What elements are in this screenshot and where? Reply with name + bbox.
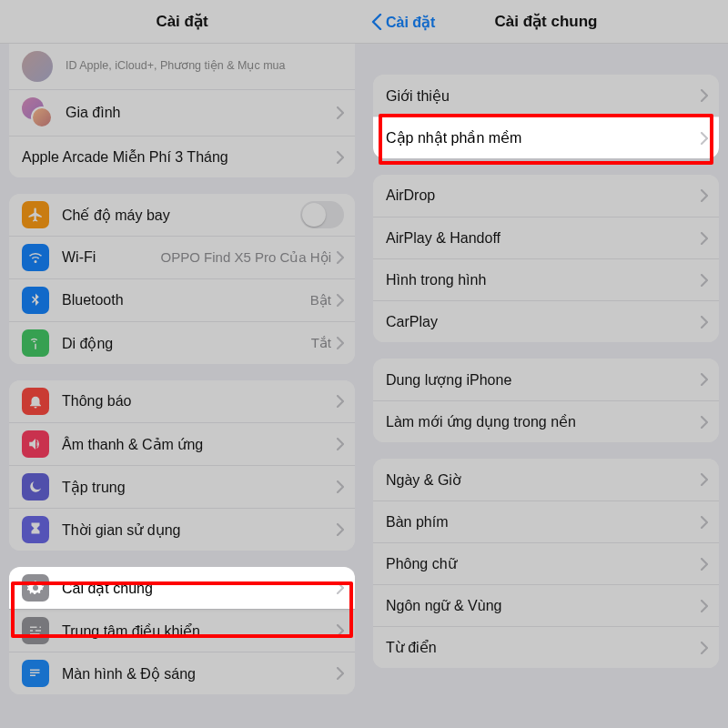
screentime-label: Thời gian sử dụng: [62, 521, 337, 539]
software-update-row[interactable]: Cập nhật phần mềm: [373, 116, 719, 158]
general-header: Cài đặt Cài đặt chung: [364, 0, 728, 44]
speaker-icon: [22, 430, 49, 458]
bluetooth-value: Bật: [310, 292, 331, 308]
apple-id-subtitle: ID Apple, iCloud+, Phương tiện & Mục mua: [66, 59, 344, 74]
fonts-label: Phông chữ: [386, 555, 701, 572]
dictionary-row[interactable]: Từ điển: [373, 626, 719, 668]
chevron-right-icon: [701, 232, 708, 245]
chevron-right-icon: [701, 516, 708, 529]
control-center-row[interactable]: Trung tâm điều khiển: [9, 609, 355, 652]
sliders-icon: [22, 617, 49, 644]
cellular-value: Tắt: [311, 335, 331, 351]
wifi-value: OPPO Find X5 Pro Của Hội: [161, 249, 331, 266]
airdrop-label: AirDrop: [386, 187, 701, 204]
chevron-right-icon: [337, 294, 344, 307]
focus-label: Tập trung: [62, 479, 337, 496]
general-title: Cài đặt chung: [495, 12, 598, 31]
display-label: Màn hình & Độ sáng: [62, 665, 337, 682]
storage-row[interactable]: Dung lượng iPhone: [373, 359, 719, 400]
focus-row[interactable]: Tập trung: [9, 465, 355, 508]
arcade-promo-row[interactable]: Apple Arcade Miễn Phí 3 Tháng: [9, 136, 355, 177]
chevron-right-icon: [337, 624, 344, 637]
notifications-label: Thông báo: [62, 393, 337, 410]
airplay-row[interactable]: AirPlay & Handoff: [373, 217, 719, 258]
general-label: Cài đặt chung: [62, 580, 337, 597]
software-update-label: Cập nhật phần mềm: [386, 129, 701, 147]
storage-label: Dung lượng iPhone: [386, 371, 701, 389]
chevron-right-icon: [337, 251, 344, 264]
bluetooth-icon: [22, 287, 49, 314]
keyboard-label: Bàn phím: [386, 514, 701, 531]
chevron-right-icon: [701, 558, 708, 571]
display-row[interactable]: Màn hình & Độ sáng: [9, 652, 355, 694]
general-row[interactable]: Cài đặt chung: [9, 567, 355, 609]
sound-row[interactable]: Âm thanh & Cảm ứng: [9, 422, 355, 465]
chevron-right-icon: [701, 473, 708, 486]
display-icon: [22, 660, 49, 687]
lang-region-row[interactable]: Ngôn ngữ & Vùng: [373, 584, 719, 626]
chevron-right-icon: [337, 337, 344, 349]
family-avatar-icon: [22, 97, 53, 128]
wifi-icon: [22, 244, 49, 271]
cellular-icon: [22, 329, 49, 357]
pip-label: Hình trong hình: [386, 272, 701, 288]
back-label: Cài đặt: [386, 14, 435, 31]
airplay-label: AirPlay & Handoff: [386, 230, 701, 247]
chevron-right-icon: [337, 581, 344, 594]
chevron-right-icon: [337, 151, 344, 164]
carplay-row[interactable]: CarPlay: [373, 300, 719, 342]
wifi-row[interactable]: Wi-Fi OPPO Find X5 Pro Của Hội: [9, 236, 355, 278]
hourglass-icon: [22, 516, 49, 543]
chevron-right-icon: [701, 89, 708, 102]
airplane-label: Chế độ máy bay: [62, 207, 300, 224]
chevron-right-icon: [701, 189, 708, 202]
chevron-right-icon: [701, 600, 708, 612]
bluetooth-label: Bluetooth: [62, 292, 310, 308]
settings-root-pane: Cài đặt ID Apple, iCloud+, Phương tiện &…: [0, 0, 364, 728]
avatar-icon: [22, 51, 53, 82]
airplane-toggle[interactable]: [300, 201, 344, 228]
pip-row[interactable]: Hình trong hình: [373, 258, 719, 300]
settings-title: Cài đặt: [156, 12, 207, 31]
about-row[interactable]: Giới thiệu: [373, 75, 719, 116]
chevron-right-icon: [701, 274, 708, 287]
chevron-right-icon: [701, 373, 708, 386]
screentime-row[interactable]: Thời gian sử dụng: [9, 508, 355, 551]
cellular-label: Di động: [62, 335, 311, 352]
chevron-right-icon: [701, 316, 708, 329]
general-settings-pane: Cài đặt Cài đặt chung Giới thiệu Cập nhậ…: [364, 0, 728, 728]
chevron-right-icon: [701, 132, 708, 145]
control-center-label: Trung tâm điều khiển: [62, 622, 337, 640]
cellular-row[interactable]: Di động Tắt: [9, 321, 355, 364]
sound-label: Âm thanh & Cảm ứng: [62, 436, 337, 453]
bg-refresh-label: Làm mới ứng dụng trong nền: [386, 413, 701, 430]
settings-header: Cài đặt: [0, 0, 364, 44]
datetime-label: Ngày & Giờ: [386, 471, 701, 489]
chevron-left-icon: [371, 14, 382, 30]
bluetooth-row[interactable]: Bluetooth Bật: [9, 278, 355, 321]
back-button[interactable]: Cài đặt: [371, 0, 435, 44]
about-label: Giới thiệu: [386, 87, 701, 105]
airplane-mode-row[interactable]: Chế độ máy bay: [9, 194, 355, 236]
chevron-right-icon: [337, 480, 344, 493]
chevron-right-icon: [337, 438, 344, 450]
chevron-right-icon: [337, 667, 344, 680]
chevron-right-icon: [701, 642, 708, 654]
chevron-right-icon: [701, 416, 708, 429]
fonts-row[interactable]: Phông chữ: [373, 542, 719, 584]
chevron-right-icon: [337, 395, 344, 408]
arcade-label: Apple Arcade Miễn Phí 3 Tháng: [22, 148, 337, 166]
family-label: Gia đình: [66, 105, 337, 121]
datetime-row[interactable]: Ngày & Giờ: [373, 459, 719, 500]
notifications-row[interactable]: Thông báo: [9, 380, 355, 422]
keyboard-row[interactable]: Bàn phím: [373, 500, 719, 542]
lang-region-label: Ngôn ngữ & Vùng: [386, 597, 701, 614]
chevron-right-icon: [337, 523, 344, 536]
apple-id-row[interactable]: ID Apple, iCloud+, Phương tiện & Mục mua: [9, 44, 355, 89]
moon-icon: [22, 473, 49, 500]
gear-icon: [22, 574, 49, 602]
bg-refresh-row[interactable]: Làm mới ứng dụng trong nền: [373, 400, 719, 442]
family-row[interactable]: Gia đình: [9, 89, 355, 136]
chevron-right-icon: [337, 106, 344, 119]
airdrop-row[interactable]: AirDrop: [373, 175, 719, 217]
